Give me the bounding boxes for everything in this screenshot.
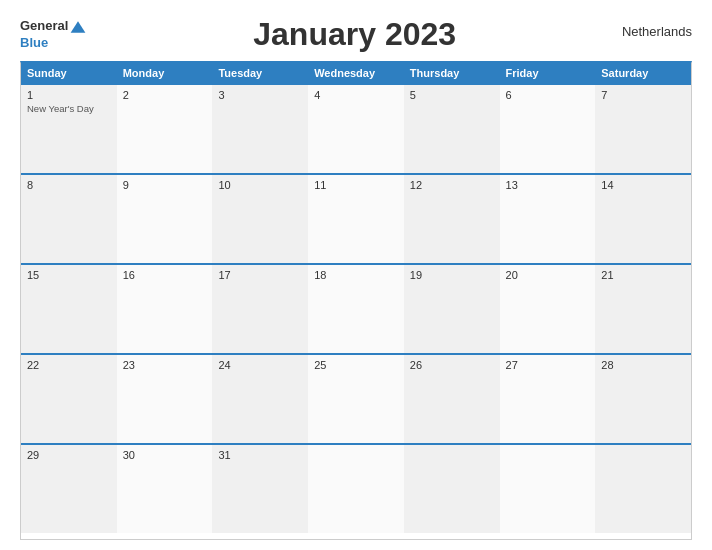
header-monday: Monday bbox=[117, 63, 213, 83]
day-number: 18 bbox=[314, 269, 398, 281]
week-row-2: 891011121314 bbox=[21, 173, 691, 263]
day-cell-3-4: 26 bbox=[404, 355, 500, 443]
day-cell-0-4: 5 bbox=[404, 85, 500, 173]
day-cell-1-5: 13 bbox=[500, 175, 596, 263]
day-cell-1-2: 10 bbox=[212, 175, 308, 263]
day-number: 10 bbox=[218, 179, 302, 191]
logo-triangle-icon bbox=[69, 18, 87, 36]
day-number: 5 bbox=[410, 89, 494, 101]
day-number: 20 bbox=[506, 269, 590, 281]
day-cell-2-3: 18 bbox=[308, 265, 404, 353]
day-cell-1-3: 11 bbox=[308, 175, 404, 263]
day-cell-2-6: 21 bbox=[595, 265, 691, 353]
logo: General Blue bbox=[20, 18, 87, 51]
week-row-3: 15161718192021 bbox=[21, 263, 691, 353]
day-number: 14 bbox=[601, 179, 685, 191]
week-row-4: 22232425262728 bbox=[21, 353, 691, 443]
day-cell-4-2: 31 bbox=[212, 445, 308, 533]
day-number: 15 bbox=[27, 269, 111, 281]
day-cell-2-5: 20 bbox=[500, 265, 596, 353]
week-row-5: 293031 bbox=[21, 443, 691, 533]
day-number: 23 bbox=[123, 359, 207, 371]
calendar-body: 1New Year's Day2345678910111213141516171… bbox=[21, 83, 691, 533]
day-cell-4-1: 30 bbox=[117, 445, 213, 533]
day-number: 22 bbox=[27, 359, 111, 371]
day-number: 9 bbox=[123, 179, 207, 191]
month-title: January 2023 bbox=[87, 16, 621, 53]
day-cell-0-3: 4 bbox=[308, 85, 404, 173]
day-cell-0-1: 2 bbox=[117, 85, 213, 173]
day-number: 24 bbox=[218, 359, 302, 371]
day-number: 29 bbox=[27, 449, 111, 461]
calendar-grid: Sunday Monday Tuesday Wednesday Thursday… bbox=[20, 61, 692, 540]
header-wednesday: Wednesday bbox=[308, 63, 404, 83]
day-number: 30 bbox=[123, 449, 207, 461]
header-thursday: Thursday bbox=[404, 63, 500, 83]
day-cell-0-2: 3 bbox=[212, 85, 308, 173]
logo-text: General bbox=[20, 18, 87, 36]
day-number: 27 bbox=[506, 359, 590, 371]
week-row-1: 1New Year's Day234567 bbox=[21, 83, 691, 173]
day-cell-3-2: 24 bbox=[212, 355, 308, 443]
svg-marker-0 bbox=[71, 21, 86, 32]
day-cell-0-6: 7 bbox=[595, 85, 691, 173]
day-number: 1 bbox=[27, 89, 111, 101]
day-number: 12 bbox=[410, 179, 494, 191]
header-friday: Friday bbox=[500, 63, 596, 83]
day-number: 3 bbox=[218, 89, 302, 101]
header-sunday: Sunday bbox=[21, 63, 117, 83]
day-cell-4-5 bbox=[500, 445, 596, 533]
day-cell-2-2: 17 bbox=[212, 265, 308, 353]
day-number: 28 bbox=[601, 359, 685, 371]
header-saturday: Saturday bbox=[595, 63, 691, 83]
calendar-header-row: Sunday Monday Tuesday Wednesday Thursday… bbox=[21, 63, 691, 83]
day-cell-4-0: 29 bbox=[21, 445, 117, 533]
day-cell-3-1: 23 bbox=[117, 355, 213, 443]
day-number: 31 bbox=[218, 449, 302, 461]
day-number: 17 bbox=[218, 269, 302, 281]
day-cell-3-5: 27 bbox=[500, 355, 596, 443]
day-number: 25 bbox=[314, 359, 398, 371]
day-number: 13 bbox=[506, 179, 590, 191]
day-cell-1-6: 14 bbox=[595, 175, 691, 263]
day-cell-3-3: 25 bbox=[308, 355, 404, 443]
header-tuesday: Tuesday bbox=[212, 63, 308, 83]
day-cell-3-6: 28 bbox=[595, 355, 691, 443]
holiday-label: New Year's Day bbox=[27, 103, 111, 114]
logo-blue-text: Blue bbox=[20, 36, 87, 51]
day-number: 2 bbox=[123, 89, 207, 101]
day-cell-1-1: 9 bbox=[117, 175, 213, 263]
day-number: 7 bbox=[601, 89, 685, 101]
day-cell-2-4: 19 bbox=[404, 265, 500, 353]
day-cell-2-0: 15 bbox=[21, 265, 117, 353]
day-cell-2-1: 16 bbox=[117, 265, 213, 353]
day-cell-4-6 bbox=[595, 445, 691, 533]
day-number: 6 bbox=[506, 89, 590, 101]
day-cell-4-4 bbox=[404, 445, 500, 533]
day-cell-0-5: 6 bbox=[500, 85, 596, 173]
day-number: 19 bbox=[410, 269, 494, 281]
country-label: Netherlands bbox=[622, 24, 692, 39]
day-number: 26 bbox=[410, 359, 494, 371]
page-header: General Blue January 2023 Netherlands bbox=[20, 18, 692, 53]
day-cell-4-3 bbox=[308, 445, 404, 533]
day-cell-3-0: 22 bbox=[21, 355, 117, 443]
day-cell-0-0: 1New Year's Day bbox=[21, 85, 117, 173]
day-number: 16 bbox=[123, 269, 207, 281]
day-number: 8 bbox=[27, 179, 111, 191]
day-cell-1-0: 8 bbox=[21, 175, 117, 263]
day-number: 21 bbox=[601, 269, 685, 281]
day-number: 11 bbox=[314, 179, 398, 191]
day-number: 4 bbox=[314, 89, 398, 101]
calendar-page: General Blue January 2023 Netherlands Su… bbox=[0, 0, 712, 550]
day-cell-1-4: 12 bbox=[404, 175, 500, 263]
